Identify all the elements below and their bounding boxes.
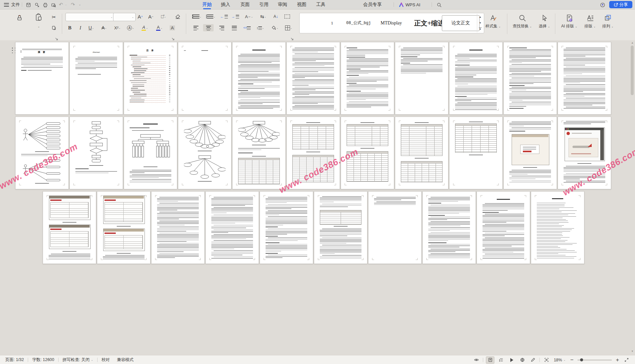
proofread-button[interactable]: 校对 [102, 357, 110, 363]
print-button[interactable] [42, 2, 48, 8]
borders-button[interactable]: ⌄ [282, 24, 295, 31]
increase-indent-button[interactable]: → [230, 13, 240, 20]
page-thumbnail-12[interactable] [15, 117, 69, 189]
tab-6[interactable]: 视图 [297, 0, 306, 9]
export-button[interactable] [34, 2, 40, 8]
bullet-list-button[interactable]: ⌄ [190, 13, 203, 20]
style-item-selected[interactable]: 论文正文 [442, 15, 480, 31]
font-color-button[interactable]: A⌄ [153, 24, 166, 31]
share-button[interactable]: 分享 [609, 1, 632, 8]
page-thumbnail-16[interactable] [232, 117, 286, 189]
enclose-char-button[interactable]: A⌄ [124, 24, 137, 31]
page-thumbnail-20[interactable] [449, 117, 503, 189]
page-thumbnail-13[interactable] [69, 117, 123, 189]
bold-button[interactable]: B [65, 24, 75, 31]
page-thumbnail-19[interactable] [395, 117, 448, 189]
select-button[interactable]: 选择 ⌄ [536, 12, 553, 29]
zoom-slider-thumb[interactable] [580, 358, 583, 361]
zoom-out-button[interactable]: − [570, 357, 573, 363]
zoom-in-button[interactable]: + [616, 357, 619, 363]
undo-button[interactable]: ↶ [59, 0, 63, 9]
page-thumbnail-3[interactable]: 目 录 [124, 42, 177, 115]
increase-font-button[interactable]: A+ [136, 13, 145, 20]
wps-ai-button[interactable]: WPS AI [399, 0, 420, 9]
zoom-percentage[interactable]: 18% ⌄ [554, 358, 566, 362]
page-thumbnail-26[interactable] [205, 191, 259, 264]
font-dialog-launcher[interactable] [171, 36, 175, 39]
page-view-button[interactable] [486, 356, 494, 364]
clear-format-button[interactable] [173, 13, 183, 20]
paste-button[interactable]: ⌄ [31, 12, 46, 33]
tab-3[interactable]: 页面 [240, 0, 250, 9]
redo-button[interactable]: ↷ [71, 0, 75, 9]
align-justify-button[interactable] [229, 24, 239, 31]
page-thumbnail-23[interactable] [43, 191, 96, 264]
undo-dropdown[interactable]: ⌄ [65, 0, 67, 9]
style-gallery-more[interactable]: ▼ [479, 27, 482, 31]
highlight-color-button[interactable]: A⌄ [138, 24, 151, 31]
superscript-button[interactable]: X²⌄ [111, 24, 124, 31]
page-thumbnail-8[interactable] [395, 42, 448, 115]
tab-stops-button[interactable] [282, 13, 292, 20]
scrollbar-thumb[interactable] [631, 46, 634, 95]
page-thumbnail-32[interactable] [531, 191, 584, 264]
quick-access-dropdown[interactable]: ⌄ [79, 0, 81, 9]
shading-button[interactable]: ⌄ [269, 24, 281, 31]
style-scroll-down[interactable]: ▼ [479, 21, 482, 24]
line-spacing-button[interactable]: ↕⌄ [254, 24, 267, 31]
align-left-button[interactable] [190, 24, 201, 31]
page-thumbnail-5[interactable] [232, 42, 286, 115]
file-menu[interactable]: 文件 [11, 0, 20, 9]
main-menu-button[interactable] [4, 0, 9, 9]
layout-button[interactable]: 排版 ⌄ [581, 12, 599, 29]
page-thumbnail-4[interactable] [178, 42, 232, 115]
fullscreen-focus-button[interactable] [542, 357, 550, 363]
page-thumbnail-28[interactable] [314, 191, 367, 264]
tab-2[interactable]: 插入 [221, 0, 230, 9]
copy-button[interactable] [50, 24, 58, 31]
decrease-font-button[interactable]: A− [146, 13, 155, 20]
page-indicator[interactable]: 页面: 1/32 [5, 357, 24, 363]
page-thumbnail-22[interactable] [558, 117, 611, 189]
vertical-scrollbar[interactable]: ▲ ▼ [630, 41, 634, 353]
cjk-layout-button[interactable]: ⇆⌄ [257, 13, 269, 20]
page-thumbnail-31[interactable] [477, 191, 530, 264]
page-thumbnail-18[interactable] [341, 117, 394, 189]
style-scroll-up[interactable]: ▲ [479, 16, 482, 18]
clipboard-dialog-launcher[interactable] [55, 36, 58, 39]
page-thumbnail-9[interactable] [449, 42, 503, 115]
word-count[interactable]: 字数: 12600 [32, 357, 54, 363]
tab-1[interactable]: 开始 [202, 0, 212, 9]
page-thumbnail-25[interactable] [151, 191, 205, 264]
document-canvas[interactable]: 摘 要Abstract目 录 www. code386.com [0, 40, 635, 355]
slideshow-button[interactable] [508, 357, 516, 363]
decrease-indent-button[interactable]: ← [219, 13, 229, 20]
char-shading-button[interactable]: A [167, 24, 177, 31]
web-view-button[interactable] [518, 357, 526, 363]
cut-button[interactable]: ✂ [50, 14, 58, 21]
strikethrough-button[interactable]: A⌄ [98, 24, 110, 31]
underline-button[interactable]: U⌄ [85, 24, 97, 31]
format-painter-button[interactable] [12, 12, 27, 33]
style-set-button[interactable]: 样式集 ⌄ [484, 12, 503, 29]
page-thumbnail-30[interactable] [422, 191, 476, 264]
distribute-button[interactable]: <> [241, 24, 253, 31]
zoom-slider[interactable] [577, 360, 612, 360]
page-thumbnail-6[interactable] [286, 42, 340, 115]
page-thumbnail-7[interactable] [341, 42, 394, 115]
page-thumbnail-10[interactable] [503, 42, 557, 115]
save-button[interactable] [25, 2, 31, 8]
page-thumbnail-27[interactable] [260, 191, 313, 264]
tab-7[interactable]: 工具 [316, 0, 325, 9]
ink-annotate-button[interactable] [529, 357, 537, 363]
page-thumbnail-1[interactable]: 摘 要 [15, 42, 69, 115]
cloud-upload-button[interactable] [599, 2, 606, 8]
align-center-button[interactable] [203, 24, 214, 31]
page-thumbnail-24[interactable] [97, 191, 150, 264]
page-thumbnail-11[interactable] [558, 42, 611, 115]
font-size-select[interactable]: ⌄ [113, 13, 136, 21]
page-thumbnail-15[interactable] [178, 117, 232, 189]
tab-8[interactable]: 会员专享 [363, 0, 382, 9]
scroll-down-arrow[interactable]: ▼ [631, 350, 634, 353]
ai-layout-button[interactable]: AI 排版 ⌄ [558, 12, 580, 29]
